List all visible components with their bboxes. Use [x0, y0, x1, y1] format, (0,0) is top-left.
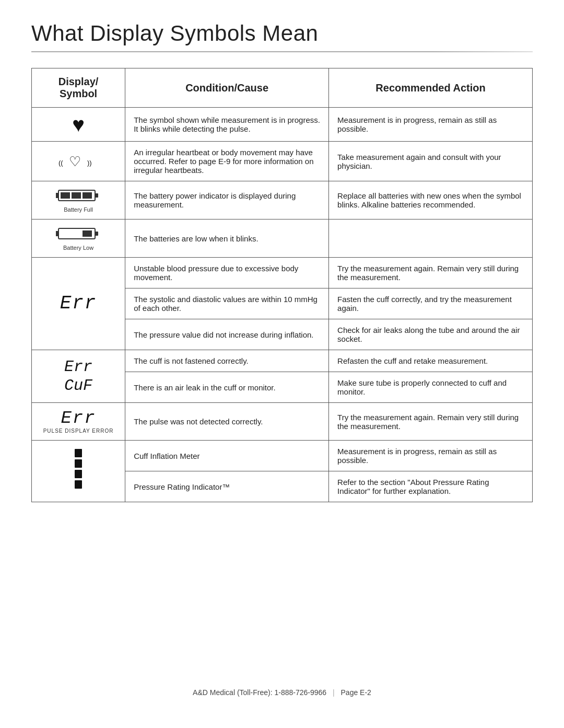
condition-cell-battery-full: The battery power indicator is displayed…: [125, 181, 329, 219]
col-header-action: Recommended Action: [329, 68, 533, 108]
action-cell-heart: Measurement is in progress, remain as st…: [329, 108, 533, 142]
battery-full-icon: Battery Full: [40, 188, 116, 213]
condition-cell-irregular-heart: An irregular heartbeat or body movement …: [125, 142, 329, 181]
svg-text:((: ((: [58, 159, 63, 167]
col-header-symbol: Display/ Symbol: [32, 68, 125, 108]
battery-low-label: Battery Low: [63, 245, 93, 251]
table-row-irregular-heart: (( ♡ )) An irregular heartbeat or body m…: [32, 142, 533, 181]
symbol-cell-battery-low: Battery Low: [32, 219, 125, 258]
svg-text:♡: ♡: [69, 154, 81, 169]
err-pulse-label: PULSE DISPLAY ERROR: [43, 428, 114, 434]
col-header-condition: Condition/Cause: [125, 68, 329, 108]
svg-rect-6: [72, 192, 81, 199]
symbol-cell-irregular-heart: (( ♡ )): [32, 142, 125, 181]
action-cell-battery-full: Replace all batteries with new ones when…: [329, 181, 533, 219]
symbol-cell-err-cuf: ErrCuF: [32, 350, 125, 403]
action-cell-err-pressure: Check for air leaks along the tube and a…: [329, 319, 533, 350]
page: What Display Symbols Mean Display/ Symbo…: [0, 0, 564, 728]
table-row-battery-low: Battery Low The batteries are low when i…: [32, 219, 533, 258]
table-row-err-pulse: Err PULSE DISPLAY ERROR The pulse was no…: [32, 403, 533, 441]
svg-rect-16: [75, 480, 82, 489]
err-cuf-icon: ErrCuF: [40, 357, 116, 395]
symbol-cell-battery-full: Battery Full: [32, 181, 125, 219]
svg-rect-11: [83, 230, 92, 237]
condition-cell-err-pulse: The pulse was not detected correctly.: [125, 403, 329, 441]
condition-cell-err-unstable: Unstable blood pressure due to excessive…: [125, 258, 329, 288]
symbol-cell-err: Err: [32, 258, 125, 350]
action-cell-bars-pressure: Refer to the section "About Pressure Rat…: [329, 471, 533, 502]
svg-rect-7: [83, 192, 92, 199]
footer-divider: |: [333, 688, 335, 697]
table-row-err-cuf-cuff: ErrCuF The cuff is not fastened correctl…: [32, 350, 533, 372]
action-cell-err-cuf-cuff: Refasten the cuff and retake measurement…: [329, 350, 533, 372]
footer: A&D Medical (Toll-Free): 1-888-726-9966 …: [31, 673, 533, 697]
action-cell-err-cuf-air: Make sure tube is properly connected to …: [329, 372, 533, 403]
svg-rect-15: [75, 470, 82, 478]
symbols-table: Display/ Symbol Condition/Cause Recommen…: [31, 68, 533, 502]
action-cell-battery-low: [329, 219, 533, 258]
battery-low-icon: Battery Low: [40, 226, 116, 251]
footer-page: Page E-2: [341, 688, 371, 697]
svg-rect-8: [95, 193, 98, 198]
table-row-heart: ♥ The symbol shown while measurement is …: [32, 108, 533, 142]
action-cell-err-pulse: Try the measurement again. Remain very s…: [329, 403, 533, 441]
svg-rect-13: [75, 449, 82, 457]
table-row-bars-cuff: Cuff Inflation Meter Measurement is in p…: [32, 441, 533, 471]
svg-rect-12: [95, 232, 98, 236]
condition-cell-bars-pressure: Pressure Rating Indicator™: [125, 471, 329, 502]
heart-icon: ♥: [40, 114, 116, 135]
symbol-cell-bars: [32, 441, 125, 502]
irregular-heart-icon: (( ♡ )): [40, 149, 116, 173]
condition-cell-heart: The symbol shown while measurement is in…: [125, 108, 329, 142]
condition-cell-err-cuf-cuff: The cuff is not fastened correctly.: [125, 350, 329, 372]
battery-full-label: Battery Full: [64, 206, 93, 213]
action-cell-err-unstable: Try the measurement again. Remain very s…: [329, 258, 533, 288]
err-pulse-icon: Err: [61, 409, 96, 427]
symbol-cell-err-pulse: Err PULSE DISPLAY ERROR: [32, 403, 125, 441]
err-icon: Err: [40, 293, 116, 314]
symbol-cell-heart: ♥: [32, 108, 125, 142]
condition-cell-err-cuf-air: There is an air leak in the cuff or moni…: [125, 372, 329, 403]
title-underline: [31, 51, 533, 52]
condition-cell-err-pressure: The pressure value did not increase duri…: [125, 319, 329, 350]
action-cell-err-systolic: Fasten the cuff correctly, and try the m…: [329, 288, 533, 319]
condition-cell-err-systolic: The systolic and diastolic values are wi…: [125, 288, 329, 319]
footer-text: A&D Medical (Toll-Free): 1-888-726-9966: [193, 688, 326, 697]
action-cell-irregular-heart: Take measurement again and consult with …: [329, 142, 533, 181]
condition-cell-bars-cuff: Cuff Inflation Meter: [125, 441, 329, 471]
page-title: What Display Symbols Mean: [31, 21, 533, 46]
table-row-battery-full: Battery Full The battery power indicator…: [32, 181, 533, 219]
condition-cell-battery-low: The batteries are low when it blinks.: [125, 219, 329, 258]
svg-rect-14: [75, 459, 82, 468]
action-cell-bars-cuff: Measurement is in progress, remain as st…: [329, 441, 533, 471]
svg-rect-5: [61, 192, 70, 199]
table-row-err-unstable: Err Unstable blood pressure due to exces…: [32, 258, 533, 288]
bars-icon: [40, 448, 116, 495]
svg-text:)): )): [87, 159, 92, 167]
